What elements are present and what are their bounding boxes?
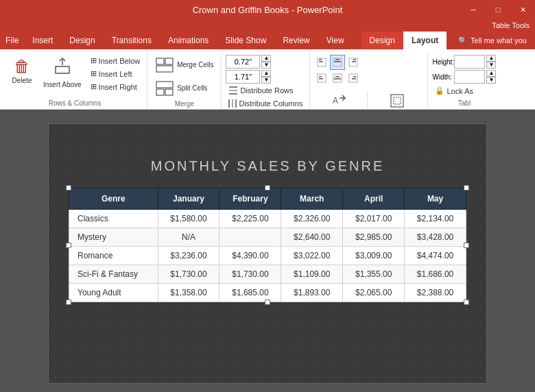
handle-top-left[interactable] (66, 185, 71, 191)
tab-review[interactable]: Review (274, 32, 318, 49)
handle-top-right[interactable] (464, 185, 469, 191)
align-top-right-button[interactable] (346, 55, 361, 70)
tab-table-layout[interactable]: Layout (403, 32, 447, 49)
handle-middle-left[interactable] (66, 243, 71, 248)
delete-icon: 🗑 (14, 57, 30, 77)
table-cell[interactable]: $3,009.00 (343, 247, 405, 265)
table-height-down[interactable]: ▼ (486, 62, 496, 69)
insert-left-button[interactable]: ⊞ Insert Left (88, 68, 143, 79)
tab-insert[interactable]: Insert (24, 32, 61, 49)
table-cell[interactable]: $1,358.00 (158, 284, 219, 302)
tab-view[interactable]: View (318, 32, 353, 49)
table-cell[interactable]: $1,580.00 (158, 210, 219, 228)
tab-design[interactable]: Design (61, 32, 103, 49)
svg-rect-4 (156, 66, 173, 72)
width-row: ▲ ▼ (226, 70, 305, 84)
svg-rect-7 (165, 89, 173, 95)
table-cell[interactable]: Mystery (69, 228, 158, 247)
table-cell[interactable]: Young Adult (69, 284, 158, 302)
align-middle-right-button[interactable] (346, 71, 361, 86)
handle-middle-right[interactable] (464, 243, 469, 248)
table-cell[interactable]: $2,134.00 (405, 210, 466, 228)
table-cell[interactable]: $3,022.00 (281, 247, 343, 265)
tab-slide-show[interactable]: Slide Show (217, 32, 274, 49)
minimize-button[interactable]: ─ (461, 0, 486, 19)
delete-button[interactable]: 🗑 Delete (7, 55, 37, 87)
align-top-center-button[interactable] (330, 55, 345, 70)
ribbon-group-cell-size: ▲ ▼ ▲ ▼ Distr (222, 52, 310, 109)
insert-right-button[interactable]: ⊞ Insert Right (88, 81, 143, 93)
window-controls[interactable]: ─ □ ✕ (461, 0, 535, 19)
align-middle-left-button[interactable] (314, 71, 329, 86)
merge-cells-button[interactable]: Merge Cells (152, 55, 217, 75)
table-cell[interactable]: $3,236.00 (158, 247, 219, 265)
tab-transitions[interactable]: Transitions (104, 32, 160, 49)
height-up-button[interactable]: ▲ (261, 55, 271, 62)
handle-bottom-left[interactable] (66, 299, 71, 305)
close-button[interactable]: ✕ (510, 0, 535, 19)
table-width-label: Width: (432, 73, 453, 81)
width-input[interactable] (226, 70, 260, 84)
table-width-input[interactable] (454, 70, 485, 84)
table-cell[interactable]: $2,388.00 (405, 284, 466, 302)
merge-label: Merge (152, 99, 217, 110)
table-height-up[interactable]: ▲ (486, 55, 496, 62)
table-size-label: Tabl (432, 98, 496, 109)
lock-aspect-button[interactable]: 🔒 Lock As (432, 85, 496, 97)
height-down-button[interactable]: ▼ (261, 62, 271, 69)
slide[interactable]: MONTHLY SALES BY GENRE Genre January Feb… (48, 123, 487, 384)
table-width-down[interactable]: ▼ (486, 77, 496, 84)
table-height-input[interactable] (454, 55, 485, 69)
distribute-rows-button[interactable]: Distribute Rows (226, 85, 305, 96)
table-cell[interactable]: $4,474.00 (405, 247, 466, 265)
maximize-button[interactable]: □ (486, 0, 510, 19)
tab-animations[interactable]: Animations (160, 32, 217, 49)
table-cell[interactable]: $1,686.00 (405, 265, 466, 284)
table-cell[interactable]: $1,730.00 (219, 265, 281, 284)
handle-top-center[interactable] (265, 185, 270, 191)
table-cell[interactable]: Sci-Fi & Fantasy (69, 265, 158, 284)
table-cell[interactable]: $2,985.00 (343, 228, 405, 247)
align-grid (314, 55, 423, 86)
insert-below-button[interactable]: ⊞ Insert Below (88, 55, 143, 66)
table-cell[interactable] (219, 228, 281, 247)
width-down-button[interactable]: ▼ (261, 77, 271, 84)
insert-left-icon: ⊞ (91, 69, 97, 78)
table-wrapper: Genre January February March April May C… (69, 188, 466, 302)
tell-me-field[interactable]: 🔍 Tell me what you (450, 32, 535, 49)
table-cell[interactable]: Classics (69, 210, 158, 228)
table-cell[interactable]: $2,326.00 (281, 210, 343, 228)
align-middle-center-button[interactable] (330, 71, 345, 86)
table-cell[interactable]: $4,390.00 (219, 247, 281, 265)
handle-bottom-right[interactable] (464, 299, 469, 305)
handle-bottom-center[interactable] (265, 299, 270, 305)
table-cell[interactable]: $1,355.00 (343, 265, 405, 284)
table-cell[interactable]: $1,685.00 (219, 284, 281, 302)
width-up-button[interactable]: ▲ (261, 70, 271, 77)
table-cell[interactable]: N/A (158, 228, 219, 247)
ribbon-group-table-size: Height: ▲ ▼ Width: ▲ ▼ 🔒 (428, 52, 500, 109)
table-cell[interactable]: $2,017.00 (343, 210, 405, 228)
distribute-columns-icon (228, 99, 237, 108)
split-cells-button[interactable]: Split Cells (152, 78, 217, 99)
insert-small-buttons: ⊞ Insert Below ⊞ Insert Left ⊞ Insert Ri… (88, 55, 143, 93)
svg-rect-3 (165, 58, 173, 64)
insert-above-button[interactable]: Insert Above (40, 55, 85, 91)
table-cell[interactable]: $1,893.00 (281, 284, 343, 302)
table-cell[interactable]: $2,640.00 (281, 228, 343, 247)
text-direction-button[interactable]: A Text Direction (314, 90, 364, 110)
table-cell[interactable]: $1,730.00 (158, 265, 219, 284)
table-cell[interactable]: $1,109.00 (281, 265, 343, 284)
table-cell[interactable]: Romance (69, 247, 158, 265)
align-top-left-button[interactable] (314, 55, 329, 70)
table-cell[interactable]: $2,065.00 (343, 284, 405, 302)
svg-rect-0 (56, 66, 69, 73)
tab-file[interactable]: File (0, 32, 24, 49)
cell-margins-button[interactable]: Cell Margins ▼ (370, 90, 424, 110)
table-cell[interactable]: $2,225.00 (219, 210, 281, 228)
height-input[interactable] (226, 55, 260, 69)
distribute-columns-button[interactable]: Distribute Columns (226, 97, 305, 110)
tab-table-design[interactable]: Design (361, 32, 403, 49)
table-cell[interactable]: $3,428.00 (405, 228, 466, 247)
table-width-up[interactable]: ▲ (486, 70, 496, 77)
